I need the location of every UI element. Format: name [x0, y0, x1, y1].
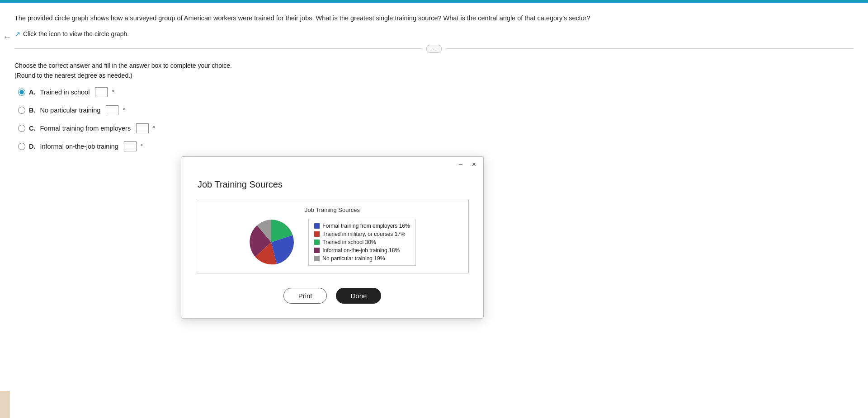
print-button[interactable]: Print — [283, 288, 327, 304]
option-A-label: A. — [29, 89, 36, 96]
option-B: B. No particular training ° — [18, 105, 854, 115]
divider-row: ··· — [14, 45, 854, 53]
modal-titlebar: − × — [181, 157, 483, 172]
close-button[interactable]: × — [470, 160, 478, 169]
modal-body: Job Training Sources Job Training Source… — [181, 172, 483, 318]
option-D-label: D. — [29, 143, 36, 150]
chart-title: Job Training Sources — [305, 207, 360, 213]
modal-buttons: Print Done — [196, 288, 469, 304]
legend-text-military: Trained in military, or courses 17% — [322, 231, 405, 237]
degree-D: ° — [141, 143, 143, 150]
minimize-button[interactable]: − — [457, 160, 464, 169]
degree-C: ° — [153, 125, 155, 132]
legend-color-notraining — [314, 256, 320, 261]
divider-dots[interactable]: ··· — [426, 45, 442, 53]
click-icon-label: Click the icon to view the circle graph. — [23, 30, 129, 38]
legend-color-military — [314, 231, 320, 237]
legend-color-school — [314, 240, 320, 245]
chart-container: Job Training Sources — [196, 199, 469, 273]
radio-C[interactable] — [18, 125, 25, 132]
question-text: The provided circle graph shows how a su… — [14, 14, 602, 23]
instructions1: Choose the correct answer and fill in th… — [14, 62, 854, 69]
legend-text-notraining: No particular training 19% — [322, 255, 385, 262]
done-button[interactable]: Done — [336, 288, 381, 304]
legend-text-formal: Formal training from employers 16% — [322, 223, 410, 229]
option-D: D. Informal on-the-job training ° — [18, 141, 854, 151]
option-B-label: B. — [29, 107, 36, 114]
answer-box-C[interactable] — [136, 123, 149, 133]
radio-A[interactable] — [18, 89, 25, 96]
legend-color-formal — [314, 223, 320, 229]
instructions2: (Round to the nearest degree as needed.) — [14, 72, 854, 79]
main-content: ← The provided circle graph shows how a … — [0, 3, 868, 418]
degree-A: ° — [112, 89, 114, 95]
radio-B[interactable] — [18, 107, 25, 114]
back-arrow[interactable]: ← — [3, 32, 12, 42]
left-sidebar-bar — [0, 391, 10, 418]
modal-window-controls: − × — [457, 160, 478, 169]
option-A-text: Trained in school — [40, 89, 90, 96]
legend-color-informal — [314, 248, 320, 253]
modal-title: Job Training Sources — [196, 179, 469, 190]
option-C-text: Formal training from employers — [40, 125, 131, 132]
option-C-label: C. — [29, 125, 36, 132]
answer-box-B[interactable] — [106, 105, 118, 115]
answer-box-A[interactable] — [95, 87, 108, 97]
radio-D[interactable] — [18, 143, 25, 150]
chart-inner: Formal training from employers 16% Train… — [249, 219, 415, 266]
legend-text-informal: Informal on-the-job training 18% — [322, 247, 400, 254]
legend-item-informal: Informal on-the-job training 18% — [314, 247, 410, 254]
legend-item-military: Trained in military, or courses 17% — [314, 231, 410, 237]
pie-chart — [249, 220, 294, 265]
legend-item-formal: Formal training from employers 16% — [314, 223, 410, 229]
option-D-text: Informal on-the-job training — [40, 143, 118, 150]
divider-line-right — [446, 48, 854, 49]
option-B-text: No particular training — [40, 107, 101, 114]
answer-box-D[interactable] — [124, 141, 137, 151]
click-icon-row: ↗ Click the icon to view the circle grap… — [14, 30, 854, 38]
option-C: C. Formal training from employers ° — [18, 123, 854, 133]
divider-line-left — [14, 48, 422, 49]
option-A: A. Trained in school ° — [18, 87, 854, 97]
graph-icon[interactable]: ↗ — [14, 30, 20, 38]
modal-dialog: − × Job Training Sources Job Training So… — [181, 156, 484, 319]
legend-item-school: Trained in school 30% — [314, 239, 410, 245]
answer-options: A. Trained in school ° B. No particular … — [18, 87, 854, 151]
legend-item-notraining: No particular training 19% — [314, 255, 410, 262]
degree-B: ° — [123, 107, 125, 113]
legend-text-school: Trained in school 30% — [322, 239, 376, 245]
legend: Formal training from employers 16% Train… — [308, 219, 415, 266]
